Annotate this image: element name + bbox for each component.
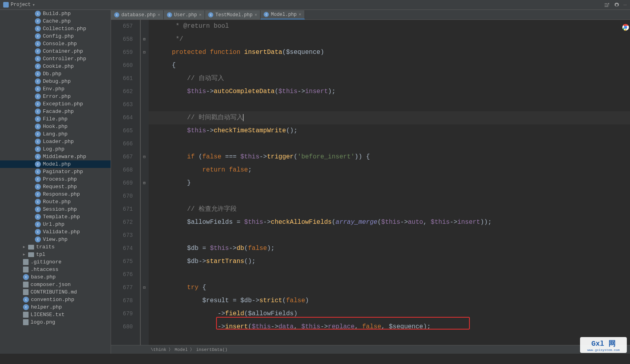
code-editor[interactable]: 6576586596606616626636646656666676686696… (111, 20, 630, 345)
close-icon[interactable]: × (199, 13, 202, 17)
code-line[interactable]: try { (149, 281, 630, 294)
tree-item-Template-php[interactable]: CTemplate.php (0, 213, 111, 221)
tree-item-Lang-php[interactable]: CLang.php (0, 130, 111, 138)
expand-arrow-icon[interactable]: ▶ (23, 245, 26, 249)
fold-marker-icon[interactable]: ⊟ (142, 285, 147, 290)
tree-item-CONTRIBUTING-md[interactable]: CONTRIBUTING.md (0, 288, 111, 296)
fold-marker-icon[interactable]: ⊞ (142, 37, 147, 42)
code-line[interactable]: return false; (149, 164, 630, 177)
tree-item-Url-php[interactable]: CUrl.php (0, 221, 111, 228)
tree-item-Build-php[interactable]: CBuild.php (0, 10, 111, 17)
code-line[interactable]: $db = $this->db(false); (149, 242, 630, 255)
code-line[interactable]: ->field($allowFields) (149, 307, 630, 320)
close-icon[interactable]: × (299, 12, 301, 17)
tree-folder-tpl[interactable]: ▶tpl (0, 251, 111, 258)
tree-item-helper-php[interactable]: Chelper.php (0, 303, 111, 311)
tree-item-Request-php[interactable]: CRequest.php (0, 183, 111, 191)
close-icon[interactable]: × (157, 13, 160, 17)
tree-item-LICENSE-txt[interactable]: LICENSE.txt (0, 311, 111, 318)
tree-item-Route-php[interactable]: CRoute.php (0, 198, 111, 206)
project-selector[interactable]: Project ▼ (3, 2, 34, 8)
tree-item-Console-php[interactable]: CConsole.php (0, 40, 111, 48)
tree-item--gitignore[interactable]: .gitignore (0, 258, 111, 266)
tree-item-Debug-php[interactable]: CDebug.php (0, 78, 111, 85)
tree-item-Process-php[interactable]: CProcess.php (0, 175, 111, 183)
code-line[interactable]: $this->autoCompleteData($this->insert); (149, 85, 630, 98)
php-file-icon: C (35, 161, 41, 167)
tree-item-Cache-php[interactable]: CCache.php (0, 17, 111, 25)
tree-item-Collection-php[interactable]: CCollection.php (0, 25, 111, 32)
tab-TestModel-php[interactable]: CTestModel.php× (205, 10, 260, 19)
tree-item-Controller-php[interactable]: CController.php (0, 55, 111, 63)
tree-item-Response-php[interactable]: CResponse.php (0, 191, 111, 198)
code-line[interactable] (149, 229, 630, 242)
tree-item-Facade-php[interactable]: CFacade.php (0, 108, 111, 115)
breadcrumb-item[interactable]: insertData() (196, 347, 228, 352)
tree-folder-traits[interactable]: ▶traits (0, 243, 111, 251)
tree-item-Session-php[interactable]: CSession.php (0, 206, 111, 213)
breadcrumb-separator-icon: 〉 (169, 347, 173, 353)
code-body[interactable]: * @return bool */ protected function ins… (149, 20, 630, 345)
code-line[interactable]: protected function insertData($sequence) (149, 46, 630, 59)
code-line[interactable] (149, 190, 630, 203)
code-line[interactable]: * @return bool (149, 20, 630, 33)
tree-item-File-php[interactable]: CFile.php (0, 115, 111, 123)
tree-item-Error-php[interactable]: CError.php (0, 93, 111, 100)
code-line[interactable]: { (149, 59, 630, 72)
code-line[interactable]: $db->startTrans(); (149, 255, 630, 268)
tree-item-Cookie-php[interactable]: CCookie.php (0, 63, 111, 70)
fold-marker-icon[interactable]: ⊟ (142, 154, 147, 159)
code-line[interactable]: // 检查允许字段 (149, 203, 630, 216)
settings-slider-icon[interactable] (604, 2, 610, 8)
project-tree[interactable]: CBuild.phpCCache.phpCCollection.phpCConf… (0, 10, 111, 354)
close-icon[interactable]: × (255, 13, 257, 17)
tree-item-Env-php[interactable]: CEnv.php (0, 85, 111, 93)
tree-item-Validate-php[interactable]: CValidate.php (0, 228, 111, 236)
tree-item-Container-php[interactable]: CContainer.php (0, 48, 111, 55)
code-line[interactable]: $this->checkTimeStampWrite(); (149, 124, 630, 137)
code-line[interactable] (149, 98, 630, 111)
tree-item-Exception-php[interactable]: CException.php (0, 100, 111, 108)
code-line[interactable]: */ (149, 33, 630, 46)
code-line[interactable]: $allowFields = $this->checkAllowFields(a… (149, 216, 630, 229)
tree-item-Loader-php[interactable]: CLoader.php (0, 138, 111, 145)
code-line[interactable]: // 自动写入 (149, 72, 630, 85)
tree-item-Model-php[interactable]: CModel.php (0, 160, 111, 168)
tree-item-View-php[interactable]: CView.php (0, 236, 111, 243)
fold-marker-icon[interactable]: ⊞ (142, 181, 147, 185)
tab-User-php[interactable]: CUser.php× (164, 10, 205, 19)
tree-item-Middleware-php[interactable]: CMiddleware.php (0, 153, 111, 160)
breadcrumb-item[interactable]: \think (151, 347, 167, 352)
breadcrumb-item[interactable]: Model (175, 347, 188, 352)
php-file-icon: C (35, 199, 41, 205)
breadcrumb[interactable]: \think〉Model〉insertData() (111, 345, 630, 354)
php-file-icon: C (35, 176, 41, 182)
tree-item-Config-php[interactable]: CConfig.php (0, 32, 111, 40)
tab-database-php[interactable]: Cdatabase.php× (111, 10, 164, 19)
php-file-icon: C (35, 41, 41, 47)
tree-item--htaccess[interactable]: .htaccess (0, 266, 111, 273)
tree-item-Log-php[interactable]: CLog.php (0, 145, 111, 153)
code-line[interactable]: if (false === $this->trigger('before_ins… (149, 151, 630, 164)
tree-item-composer-json[interactable]: composer.json (0, 281, 111, 288)
tree-item-Paginator-php[interactable]: CPaginator.php (0, 168, 111, 175)
tree-item-logo-png[interactable]: logo.png (0, 318, 111, 326)
code-line[interactable] (149, 137, 630, 151)
fold-marker-icon[interactable]: ⊟ (142, 50, 147, 55)
expand-arrow-icon[interactable]: ▶ (23, 252, 26, 257)
fold-column[interactable]: ⊞⊟⊟⊞⊟ (141, 20, 149, 345)
gear-icon[interactable] (614, 2, 620, 8)
code-line[interactable]: // 时间戳自动写入 (149, 111, 630, 124)
tree-item-Hook-php[interactable]: CHook.php (0, 123, 111, 130)
code-line[interactable]: } (149, 177, 630, 190)
project-icon (3, 2, 9, 8)
tab-label: Model.php (271, 12, 297, 17)
tree-item-base-php[interactable]: Cbase.php (0, 273, 111, 281)
code-line[interactable]: $result = $db->strict(false) (149, 294, 630, 307)
tab-Model-php[interactable]: CModel.php× (260, 10, 304, 19)
svg-point-1 (624, 26, 627, 29)
tree-item-convention-php[interactable]: Cconvention.php (0, 296, 111, 303)
tree-item-Db-php[interactable]: CDb.php (0, 70, 111, 78)
code-line[interactable] (149, 268, 630, 281)
code-line[interactable]: ->insert($this->data, $this->replace, fa… (149, 320, 630, 334)
